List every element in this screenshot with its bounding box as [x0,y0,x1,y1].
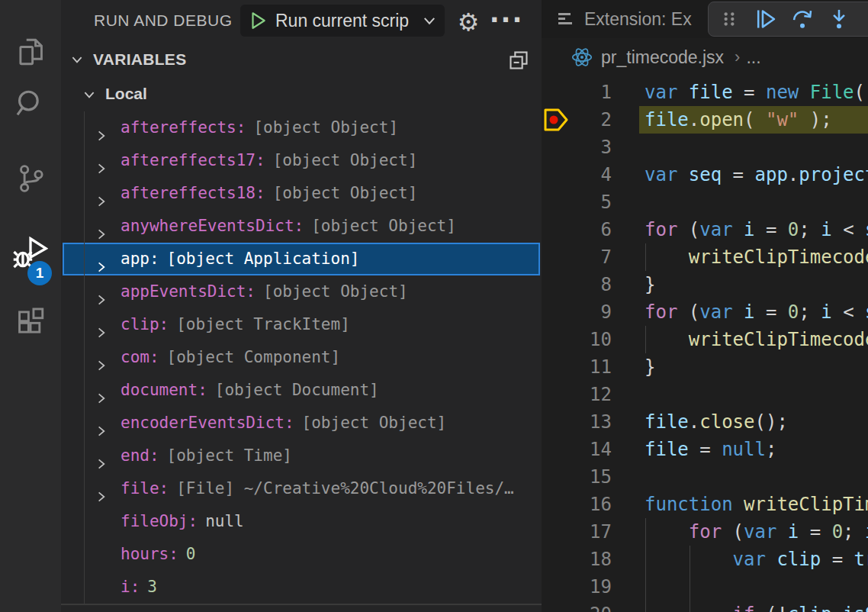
variable-row-aftereffects17[interactable]: aftereffects17:[object Object] [63,144,540,177]
variable-value: [object Component] [167,348,341,366]
variable-row-end[interactable]: end:[object Time] [63,440,540,472]
chevron-right-icon [95,123,108,144]
chevron-right-icon [95,320,108,341]
code-line-2[interactable]: file.open( "w" ); [542,106,868,134]
chevron-right-icon [95,484,108,505]
chevron-down-icon [70,53,84,69]
code-tokens: file = null; [645,439,776,460]
activity-extensions[interactable] [0,299,61,345]
chevron-right-icon [95,221,108,243]
chevron-right-icon [95,156,108,177]
variable-name: encoderEventsDict: [121,414,294,432]
variable-row-document[interactable]: document:[object Document] [63,374,540,407]
code-tokens: for (var i = 0; i [645,521,868,543]
code-line-20[interactable]: if (!clip.isS [542,601,868,612]
code-line-1[interactable]: var file = new File(' [542,79,868,106]
variable-name: anywhereEventsDict: [121,217,304,235]
collapse-all-icon[interactable] [508,50,531,72]
gear-icon[interactable]: ⚙ [453,7,484,37]
variable-name: appEventsDict: [121,282,256,301]
source-control-icon [14,163,47,195]
more-actions-icon[interactable]: ··· [490,3,523,37]
code-tokens: file.close(); [645,411,788,433]
code-tokens: } [645,274,655,295]
breadcrumb-tail: ... [746,47,760,68]
debug-badge: 1 [27,261,52,285]
chevron-right-icon [95,287,108,308]
code-tokens: if (!clip.isS [645,604,868,612]
section-divider [61,604,542,605]
chevron-down-icon [82,88,96,105]
run-config-label: Run current scrip [275,11,422,31]
code-line-15[interactable] [542,463,868,491]
code-tokens: } [645,356,655,378]
code-line-12[interactable] [542,381,868,408]
variable-row-encoderEventsDict[interactable]: encoderEventsDict:[object Object] [63,407,540,440]
variable-name: i: [121,578,140,596]
current-line-breakpoint-icon[interactable] [543,108,571,132]
run-config-dropdown[interactable]: Run current scrip [240,5,445,37]
extensions-icon [14,306,47,338]
variable-row-aftereffects18[interactable]: aftereffects18:[object Object] [63,177,540,210]
code-tokens: file.open( "w" ); [645,109,832,130]
variable-name: com: [121,348,159,366]
extension-details-icon [558,13,574,25]
indent-guide [690,573,690,601]
code-line-14[interactable]: file = null; [542,436,868,463]
code-line-11[interactable]: } [542,353,868,381]
debug-step-into-icon[interactable] [826,6,852,32]
toolbar-gripper-icon[interactable] [716,6,742,32]
code-line-9[interactable]: for (var i = 0; i < s [542,298,868,326]
code-line-10[interactable]: writeClipTimecode [542,326,868,353]
breadcrumb[interactable]: pr_timecode.jsx › ... [542,38,868,76]
variable-row-anywhereEventsDict[interactable]: anywhereEventsDict:[object Object] [63,210,540,243]
variable-name: aftereffects17: [121,151,265,169]
tab-label: Extension: Ex [584,9,692,30]
scope-local-label: Local [105,85,147,103]
variable-row-i[interactable]: i:3 [63,571,540,604]
variable-name: end: [121,446,159,465]
code-line-16[interactable]: function writeClipTimecode [542,491,868,518]
tab-extension[interactable]: Extension: Ex [558,0,692,38]
react-icon [571,46,593,69]
variable-row-file[interactable]: file:[File] ~/Creative%20Cloud%20Files/… [63,472,540,505]
activity-search[interactable] [0,81,61,127]
variable-name: aftereffects: [121,118,246,137]
chevron-right-icon [95,451,108,472]
variable-value: [File] ~/Creative%20Cloud%20Files/… [176,479,514,498]
code-line-8[interactable]: } [542,271,868,298]
code-line-17[interactable]: for (var i = 0; i [542,518,868,546]
activity-explorer[interactable] [0,29,61,75]
chevron-right-icon [95,418,108,440]
code-line-7[interactable]: writeClipTimecode [542,243,868,271]
variable-value: null [205,512,244,530]
editor-pane: Extension: Ex [542,0,868,612]
debug-continue-icon[interactable] [753,6,779,32]
chevron-right-icon [95,254,108,275]
scope-local-row[interactable]: Local [61,78,542,111]
variables-section-header[interactable]: VARIABLES [61,42,542,77]
chevron-right-icon [95,188,108,210]
code-line-4[interactable]: var seq = app.project [542,161,868,188]
code-tokens: for (var i = 0; i < s [645,219,868,240]
debug-step-over-icon[interactable] [789,6,815,32]
variable-row-hours[interactable]: hours:0 [63,538,540,571]
variable-row-app[interactable]: app:[object Application] [63,243,540,275]
variable-value: [object Object] [273,184,418,202]
code-line-6[interactable]: for (var i = 0; i < s [542,216,868,243]
code-tokens: var file = new File(' [645,82,868,103]
variable-row-appEventsDict[interactable]: appEventsDict:[object Object] [63,275,540,308]
code-line-19[interactable] [542,573,868,601]
variable-row-fileObj[interactable]: fileObj:null [63,505,540,538]
code-tokens: var seq = app.project [645,164,868,185]
variable-row-aftereffects[interactable]: aftereffects:[object Object] [63,111,540,144]
variable-value: [object Object] [273,151,418,169]
code-line-3[interactable] [542,134,868,161]
code-line-13[interactable]: file.close(); [542,408,868,436]
code-line-18[interactable]: var clip = tr [542,546,868,573]
variable-row-clip[interactable]: clip:[object TrackItem] [63,308,540,341]
code-line-5[interactable] [542,188,868,216]
variable-name: file: [121,479,169,498]
variable-row-com[interactable]: com:[object Component] [63,341,540,374]
activity-source-control[interactable] [0,156,61,201]
